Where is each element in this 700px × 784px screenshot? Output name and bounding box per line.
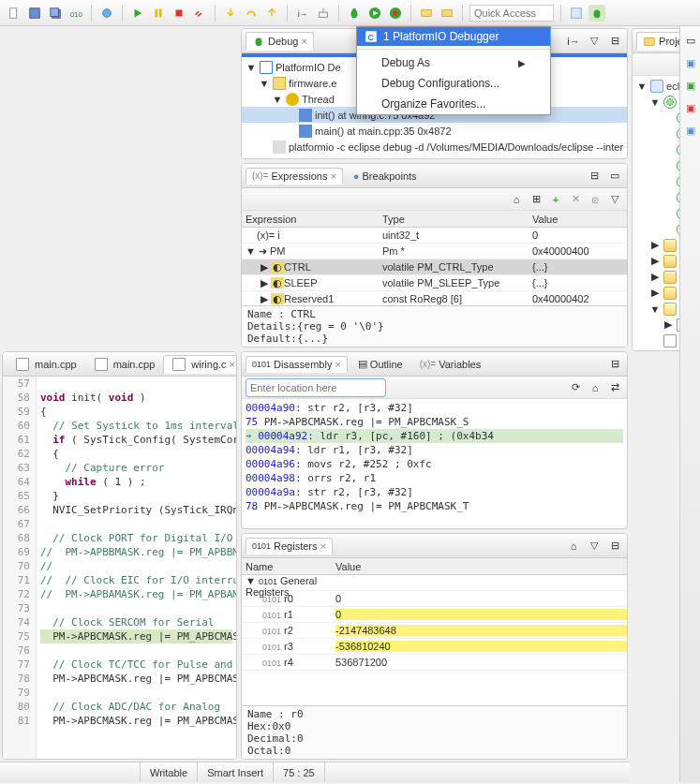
suspend-icon[interactable] [150, 5, 167, 22]
expressions-title: Expressions [272, 170, 328, 182]
save-icon[interactable] [26, 5, 43, 22]
close-icon[interactable]: × [301, 36, 306, 47]
expressions-body: (x)= iuint32_t0 ▼ ➜ PMPm *0x40000400 ▶ ◐… [242, 228, 627, 305]
breakpoints-title: Breakpoints [363, 170, 417, 182]
register-row[interactable]: 0101 r2-2147483648 [242, 623, 627, 639]
expr-row[interactable]: ▼ ➜ PMPm *0x40000400 [242, 244, 627, 259]
minimize-icon[interactable]: ⊟ [606, 356, 623, 373]
expr-row[interactable]: ▶ ◐SLEEPvolatile PM_SLEEP_Type{...} [242, 275, 627, 291]
menu-icon[interactable]: ▽ [606, 191, 623, 208]
svg-rect-9 [176, 9, 183, 16]
status-cursor: 75 : 25 [274, 762, 325, 782]
debug-dropdown-menu: C 1 PlatformIO Debugger Debug As▶ Debug … [356, 26, 551, 115]
dropdown-organize-fav[interactable]: Organize Favorites... [357, 94, 550, 114]
minimize-icon[interactable]: ⊟ [606, 538, 623, 555]
reg-group[interactable]: ▼ 0101 General Registers [242, 575, 627, 591]
register-row[interactable]: 0101 r4536871200 [242, 655, 627, 671]
disasm-location-input[interactable] [246, 378, 386, 397]
run-icon[interactable] [366, 5, 383, 22]
dropdown-debug-config[interactable]: Debug Configurations... [357, 73, 550, 94]
new-icon[interactable] [6, 5, 22, 22]
tab-registers[interactable]: 0101 Registers × [246, 538, 333, 555]
status-mode: Smart Insert [198, 762, 274, 782]
resume-icon[interactable] [129, 5, 146, 22]
menu-icon[interactable]: ▽ [586, 538, 603, 555]
registers-header: Name Value [242, 558, 627, 575]
disconnect-icon[interactable] [191, 5, 208, 22]
tab-debug[interactable]: Debug × [246, 32, 314, 51]
editor-tab-0[interactable]: main.cpp [7, 355, 83, 374]
tree-icon[interactable]: ⊞ [528, 191, 544, 208]
tab-breakpoints[interactable]: ● Breakpoints [347, 168, 424, 185]
view-icon[interactable]: ▣ [682, 122, 699, 139]
perspective-cpp-icon[interactable] [568, 5, 585, 22]
expr-row[interactable]: ▶ ◐CTRLvolatile PM_CTRL_Type{...} [242, 259, 627, 275]
remove-icon[interactable]: ✕ [567, 191, 584, 208]
dropdown-debug-as[interactable]: Debug As▶ [357, 52, 550, 73]
svg-rect-0 [10, 7, 17, 18]
expressions-header: Expression Type Value [242, 211, 627, 228]
link-icon[interactable]: ⇄ [606, 379, 623, 396]
refresh-icon[interactable]: ⟳ [567, 379, 584, 396]
registers-body: ▼ 0101 General Registers 0101 r000101 r1… [242, 575, 627, 705]
debug-icon[interactable] [346, 5, 363, 22]
code-editor[interactable]: 57 58 59 60 61 62 63 64 65 66 67 68 69 7… [3, 377, 236, 759]
view-icon[interactable]: ▣ [682, 99, 699, 116]
svg-rect-12 [320, 12, 328, 17]
close-icon[interactable]: × [320, 540, 326, 552]
minimize-icon[interactable]: ⊟ [606, 33, 623, 50]
maximize-icon[interactable]: ▭ [606, 168, 623, 185]
expr-row[interactable]: ▶ ◐Reserved1const RoReg8 [6]0x40000402 [242, 291, 627, 305]
type-icon[interactable]: ⌂ [565, 538, 582, 555]
svg-text:i→: i→ [298, 8, 308, 18]
terminate-icon[interactable] [171, 5, 187, 22]
editor-tab-1[interactable]: main.cpp [85, 355, 162, 374]
skip-breakpoints-icon[interactable] [98, 5, 115, 22]
svg-text:0101: 0101 [70, 9, 82, 18]
dropdown-header-label: 1 PlatformIO Debugger [383, 30, 499, 43]
binary-icon[interactable]: 0101 [67, 5, 84, 22]
close-icon[interactable]: × [330, 170, 335, 182]
view-icon[interactable]: ▣ [682, 77, 699, 94]
save-all-icon[interactable] [47, 5, 64, 22]
view-icon[interactable]: ▣ [682, 54, 699, 71]
tab-expressions[interactable]: (x)= Expressions × [246, 168, 343, 185]
debug-toolbar-icon[interactable]: i→ [565, 33, 582, 50]
close-icon[interactable]: × [335, 359, 340, 370]
register-row[interactable]: 0101 r00 [242, 591, 627, 607]
step-return-icon[interactable] [263, 5, 280, 22]
expr-row[interactable]: (x)= iuint32_t0 [242, 228, 627, 244]
minimize-icon[interactable]: ⊟ [586, 168, 603, 185]
perspective-debug-icon[interactable] [588, 5, 605, 22]
type-icon[interactable]: ⌂ [508, 191, 525, 208]
quick-access-input[interactable] [469, 5, 554, 22]
close-icon[interactable]: × [230, 359, 235, 370]
tab-variables[interactable]: (x)= Variables [413, 356, 488, 373]
step-over-icon[interactable] [243, 5, 260, 22]
register-row[interactable]: 0101 r3-536810240 [242, 639, 627, 655]
open-task-icon[interactable] [439, 5, 455, 22]
view-menu-icon[interactable]: ▽ [586, 33, 603, 50]
tab-outline[interactable]: ▤ Outline [351, 355, 410, 373]
home-icon[interactable]: ⌂ [587, 379, 603, 396]
open-type-icon[interactable] [418, 5, 435, 22]
editor-tab-2[interactable]: wiring.c × [163, 355, 237, 374]
tab-disassembly[interactable]: 0101 Disassembly × [246, 356, 348, 373]
debug-cmd[interactable]: platformio -c eclipse debug -d /Volumes/… [242, 139, 627, 155]
svg-rect-19 [422, 9, 432, 16]
step-into-icon[interactable] [222, 5, 239, 22]
register-row[interactable]: 0101 r10 [242, 607, 627, 623]
restore-icon[interactable]: ▭ [682, 32, 699, 49]
add-icon[interactable]: + [547, 191, 564, 208]
registers-detail: Name : r0 Hex:0x0 Decimal:0 Octal:0 [242, 705, 627, 759]
profile-icon[interactable] [387, 5, 404, 22]
svg-rect-7 [156, 8, 158, 17]
right-trim-toolbar: ▭ ▣ ▣ ▣ ▣ [679, 26, 700, 782]
dropdown-header[interactable]: C 1 PlatformIO Debugger [357, 27, 550, 46]
remove-all-icon[interactable]: ⦻ [587, 191, 603, 208]
debug-frame[interactable]: main() at main.cpp:35 0x4872 [242, 123, 627, 139]
status-bar: Writable Smart Insert 75 : 25 [0, 762, 630, 782]
instr-step-icon[interactable]: i→ [294, 5, 311, 22]
drop-to-frame-icon[interactable] [315, 5, 332, 22]
status-writable: Writable [141, 762, 198, 782]
